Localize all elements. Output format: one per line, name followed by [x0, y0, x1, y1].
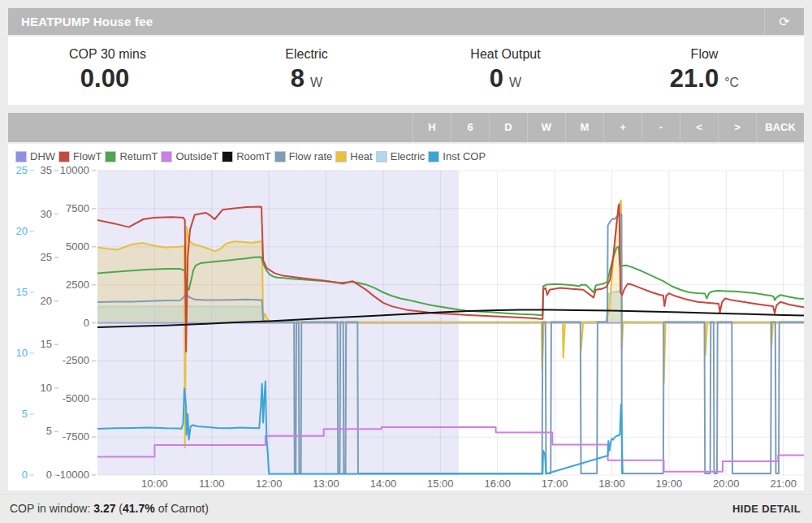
legend-item-heat[interactable]: Heat [335, 150, 372, 162]
legend-swatch [376, 151, 387, 162]
cop-summary: COP in window: 3.27 (41.7% of Carnot) [10, 495, 209, 523]
power-axis-tick: -5000 [63, 392, 89, 404]
toolbar-button-+[interactable]: + [603, 113, 641, 142]
stat-cop-30-mins: COP 30 mins0.00 [8, 37, 207, 105]
stat-value: 8W [207, 64, 406, 93]
temp-axis-tick: 20 [41, 295, 52, 307]
power-axis-tick: -2500 [63, 354, 89, 366]
cop-axis-tick: 0 [22, 469, 28, 481]
stat-label: Electric [207, 47, 406, 62]
title-bar: HEATPUMP House fee ⟳ [8, 8, 804, 35]
stat-electric: Electric8W [207, 37, 406, 105]
toolbar-button-h[interactable]: H [412, 113, 451, 142]
power-axis-tick: 10000 [60, 164, 89, 176]
legend-item-flowt[interactable]: FlowT [58, 150, 102, 162]
x-axis-tick: 15:00 [427, 478, 454, 490]
temp-axis-tick: 10 [41, 382, 52, 394]
stat-unit: W [310, 76, 322, 89]
legend-swatch [58, 151, 70, 162]
legend-item-outsidet[interactable]: OutsideT [161, 150, 218, 162]
carnot-pct: 41.7% [123, 502, 155, 515]
power-axis-tick: -10000 [57, 469, 89, 481]
toolbar-button-<[interactable]: < [680, 113, 718, 142]
power-axis-tick: 5000 [66, 240, 89, 253]
cop-axis-tick: 5 [22, 408, 28, 420]
cop-value: 3.27 [93, 502, 115, 515]
heatpump-chart[interactable]: 051015202505101520253035-10000-7500-5000… [8, 144, 804, 491]
x-axis-tick: 11:00 [199, 478, 225, 490]
temp-axis-tick: 25 [41, 251, 52, 263]
temp-axis-tick: 15 [41, 338, 52, 350]
temp-axis-tick: 35 [41, 164, 52, 176]
legend-item-returnt[interactable]: ReturnT [105, 150, 158, 162]
toolbar-button-w[interactable]: W [527, 113, 565, 142]
stat-value: 0.00 [8, 64, 207, 93]
cop-axis-tick: 10 [16, 347, 28, 359]
x-axis-tick: 18:00 [598, 478, 625, 490]
toolbar-button--[interactable]: - [641, 113, 680, 142]
toolbar-button->[interactable]: > [718, 113, 756, 142]
hide-detail-button[interactable]: HIDE DETAIL [732, 495, 801, 523]
toolbar-button-d[interactable]: D [489, 113, 527, 142]
legend-label: FlowT [73, 150, 102, 162]
cop-axis-tick: 25 [16, 164, 28, 176]
toolbar-button-m[interactable]: M [565, 113, 603, 142]
x-axis-tick: 10:00 [141, 478, 168, 490]
x-axis-tick: 17:00 [542, 478, 568, 490]
power-axis-tick: 2500 [66, 279, 89, 291]
stat-heat-output: Heat Output0W [406, 37, 605, 105]
stat-label: Heat Output [406, 47, 605, 62]
legend-label: Inst COP [443, 150, 486, 162]
legend-item-inst-cop[interactable]: Inst COP [428, 150, 486, 162]
x-axis-tick: 20:00 [713, 478, 740, 490]
stat-value: 0W [406, 64, 605, 93]
toolbar-button-6[interactable]: 6 [451, 113, 489, 142]
chart-panel: DHWFlowTReturnTOutsideTRoomTFlow rateHea… [8, 144, 804, 491]
legend-swatch [15, 151, 27, 162]
legend-label: ReturnT [119, 150, 158, 162]
power-axis-tick: 0 [84, 317, 89, 329]
legend-swatch [161, 151, 172, 162]
x-axis-tick: 16:00 [484, 478, 511, 490]
refresh-button[interactable]: ⟳ [764, 8, 804, 35]
stats-bar: COP 30 mins0.00Electric8WHeat Output0WFl… [8, 37, 804, 105]
legend-swatch [335, 151, 347, 162]
legend-item-flow-rate[interactable]: Flow rate [274, 150, 332, 162]
stat-label: COP 30 mins [8, 47, 207, 62]
heatpump-app: { "header": {"title": "HEATPUMP House fe… [0, 0, 812, 523]
x-axis-tick: 12:00 [256, 478, 283, 490]
legend-swatch [105, 151, 116, 162]
legend-label: Electric [391, 150, 425, 162]
legend-swatch [428, 151, 439, 162]
legend-label: DHW [30, 150, 55, 162]
legend-item-roomt[interactable]: RoomT [222, 150, 271, 162]
stat-label: Flow [605, 47, 804, 62]
temp-axis-tick: 0 [46, 469, 52, 481]
x-axis-tick: 21:00 [770, 478, 797, 490]
legend-label: Heat [350, 150, 372, 162]
legend-item-electric[interactable]: Electric [376, 150, 425, 162]
power-axis-tick: 7500 [66, 202, 89, 214]
page-title: HEATPUMP House fee [8, 8, 804, 35]
x-axis-tick: 13:00 [313, 478, 339, 490]
footer-bar: COP in window: 3.27 (41.7% of Carnot) HI… [0, 494, 812, 523]
legend-swatch [274, 151, 286, 162]
cop-axis-tick: 20 [16, 225, 28, 237]
x-axis-tick: 14:00 [370, 478, 397, 490]
legend-swatch [222, 151, 233, 162]
time-toolbar: H6DWM+-<>BACK [8, 113, 804, 142]
temp-axis-tick: 5 [46, 425, 52, 437]
stat-value: 21.0°C [605, 64, 804, 93]
legend-label: OutsideT [175, 150, 218, 162]
temp-axis-tick: 30 [41, 208, 52, 220]
toolbar-button-back[interactable]: BACK [756, 113, 804, 142]
x-axis-tick: 19:00 [656, 478, 683, 490]
chart-legend: DHWFlowTReturnTOutsideTRoomTFlow rateHea… [15, 150, 489, 162]
stat-flow: Flow21.0°C [605, 37, 804, 105]
legend-label: RoomT [236, 150, 271, 162]
stat-unit: °C [724, 76, 739, 89]
legend-item-dhw[interactable]: DHW [15, 150, 55, 162]
legend-label: Flow rate [289, 150, 332, 162]
cop-axis-tick: 15 [16, 286, 28, 298]
refresh-icon: ⟳ [779, 15, 789, 28]
